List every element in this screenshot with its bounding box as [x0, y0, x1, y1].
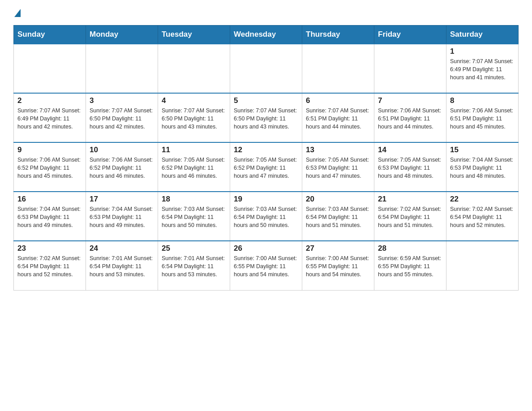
calendar-cell: 4Sunrise: 7:07 AM Sunset: 6:50 PM Daylig…: [158, 93, 230, 142]
day-info: Sunrise: 7:06 AM Sunset: 6:52 PM Dayligh…: [90, 156, 154, 180]
calendar-cell: [374, 44, 446, 93]
day-number: 14: [378, 146, 442, 154]
calendar-cell: 21Sunrise: 7:02 AM Sunset: 6:54 PM Dayli…: [374, 192, 446, 241]
day-number: 22: [450, 195, 515, 204]
calendar-cell: 23Sunrise: 7:02 AM Sunset: 6:54 PM Dayli…: [14, 241, 86, 290]
day-number: 15: [450, 146, 515, 154]
page-header: [13, 9, 519, 17]
calendar-cell: [86, 44, 158, 93]
day-number: 25: [162, 244, 226, 253]
day-number: 2: [17, 96, 82, 105]
day-number: 8: [450, 96, 515, 105]
day-info: Sunrise: 7:04 AM Sunset: 6:53 PM Dayligh…: [450, 156, 515, 180]
day-info: Sunrise: 7:04 AM Sunset: 6:53 PM Dayligh…: [17, 205, 82, 229]
day-info: Sunrise: 7:05 AM Sunset: 6:53 PM Dayligh…: [306, 156, 370, 180]
day-info: Sunrise: 7:03 AM Sunset: 6:54 PM Dayligh…: [162, 205, 226, 229]
day-number: 3: [90, 96, 154, 105]
calendar-cell: 15Sunrise: 7:04 AM Sunset: 6:53 PM Dayli…: [446, 142, 519, 192]
day-info: Sunrise: 7:01 AM Sunset: 6:54 PM Dayligh…: [90, 254, 154, 278]
day-number: 18: [162, 195, 226, 204]
logo: [13, 9, 21, 17]
day-info: Sunrise: 7:02 AM Sunset: 6:54 PM Dayligh…: [17, 254, 82, 278]
calendar-cell: [230, 44, 302, 93]
calendar-cell: 3Sunrise: 7:07 AM Sunset: 6:50 PM Daylig…: [86, 93, 158, 142]
calendar-cell: 1Sunrise: 7:07 AM Sunset: 6:49 PM Daylig…: [446, 44, 519, 93]
day-info: Sunrise: 7:00 AM Sunset: 6:55 PM Dayligh…: [306, 254, 370, 278]
day-info: Sunrise: 7:06 AM Sunset: 6:51 PM Dayligh…: [450, 107, 515, 131]
calendar-cell: 27Sunrise: 7:00 AM Sunset: 6:55 PM Dayli…: [302, 241, 374, 290]
calendar-cell: 2Sunrise: 7:07 AM Sunset: 6:49 PM Daylig…: [14, 93, 86, 142]
day-info: Sunrise: 7:05 AM Sunset: 6:52 PM Dayligh…: [162, 156, 226, 180]
weekday-header-thursday: Thursday: [302, 26, 374, 44]
day-info: Sunrise: 7:07 AM Sunset: 6:50 PM Dayligh…: [162, 107, 226, 131]
day-number: 1: [450, 47, 515, 56]
day-number: 17: [90, 195, 154, 204]
day-info: Sunrise: 7:06 AM Sunset: 6:51 PM Dayligh…: [378, 107, 442, 131]
day-number: 12: [234, 146, 298, 154]
weekday-header-sunday: Sunday: [14, 26, 86, 44]
calendar-cell: 11Sunrise: 7:05 AM Sunset: 6:52 PM Dayli…: [158, 142, 230, 192]
calendar-cell: [14, 44, 86, 93]
day-number: 7: [378, 96, 442, 105]
calendar-cell: 13Sunrise: 7:05 AM Sunset: 6:53 PM Dayli…: [302, 142, 374, 192]
calendar-cell: 28Sunrise: 6:59 AM Sunset: 6:55 PM Dayli…: [374, 241, 446, 290]
calendar-cell: 9Sunrise: 7:06 AM Sunset: 6:52 PM Daylig…: [14, 142, 86, 192]
day-number: 4: [162, 96, 226, 105]
weekday-header-monday: Monday: [86, 26, 158, 44]
day-info: Sunrise: 7:07 AM Sunset: 6:49 PM Dayligh…: [450, 57, 515, 81]
day-number: 20: [306, 195, 370, 204]
day-info: Sunrise: 7:03 AM Sunset: 6:54 PM Dayligh…: [234, 205, 298, 229]
calendar-cell: 12Sunrise: 7:05 AM Sunset: 6:52 PM Dayli…: [230, 142, 302, 192]
day-info: Sunrise: 7:02 AM Sunset: 6:54 PM Dayligh…: [378, 205, 442, 229]
calendar-cell: 25Sunrise: 7:01 AM Sunset: 6:54 PM Dayli…: [158, 241, 230, 290]
calendar-cell: [446, 241, 519, 290]
calendar-week-1: 1Sunrise: 7:07 AM Sunset: 6:49 PM Daylig…: [14, 44, 519, 93]
day-number: 6: [306, 96, 370, 105]
day-info: Sunrise: 7:01 AM Sunset: 6:54 PM Dayligh…: [162, 254, 226, 278]
calendar-cell: 26Sunrise: 7:00 AM Sunset: 6:55 PM Dayli…: [230, 241, 302, 290]
day-info: Sunrise: 7:00 AM Sunset: 6:55 PM Dayligh…: [234, 254, 298, 278]
calendar-cell: 16Sunrise: 7:04 AM Sunset: 6:53 PM Dayli…: [14, 192, 86, 241]
weekday-header-tuesday: Tuesday: [158, 26, 230, 44]
day-info: Sunrise: 7:02 AM Sunset: 6:54 PM Dayligh…: [450, 205, 515, 229]
weekday-header-friday: Friday: [374, 26, 446, 44]
weekday-header-saturday: Saturday: [446, 26, 519, 44]
calendar-cell: 5Sunrise: 7:07 AM Sunset: 6:50 PM Daylig…: [230, 93, 302, 142]
day-number: 26: [234, 244, 298, 253]
day-info: Sunrise: 7:07 AM Sunset: 6:49 PM Dayligh…: [17, 107, 82, 131]
calendar-week-4: 16Sunrise: 7:04 AM Sunset: 6:53 PM Dayli…: [14, 192, 519, 241]
day-number: 9: [17, 146, 82, 154]
day-number: 16: [17, 195, 82, 204]
calendar-cell: 24Sunrise: 7:01 AM Sunset: 6:54 PM Dayli…: [86, 241, 158, 290]
day-info: Sunrise: 7:06 AM Sunset: 6:52 PM Dayligh…: [17, 156, 82, 180]
day-number: 11: [162, 146, 226, 154]
weekday-header-wednesday: Wednesday: [230, 26, 302, 44]
day-info: Sunrise: 7:07 AM Sunset: 6:51 PM Dayligh…: [306, 107, 370, 131]
calendar-week-2: 2Sunrise: 7:07 AM Sunset: 6:49 PM Daylig…: [14, 93, 519, 142]
day-number: 23: [17, 244, 82, 253]
day-info: Sunrise: 7:05 AM Sunset: 6:52 PM Dayligh…: [234, 156, 298, 180]
day-info: Sunrise: 7:05 AM Sunset: 6:53 PM Dayligh…: [378, 156, 442, 180]
calendar-cell: 22Sunrise: 7:02 AM Sunset: 6:54 PM Dayli…: [446, 192, 519, 241]
day-number: 19: [234, 195, 298, 204]
calendar-cell: [158, 44, 230, 93]
calendar-week-5: 23Sunrise: 7:02 AM Sunset: 6:54 PM Dayli…: [14, 241, 519, 290]
day-number: 27: [306, 244, 370, 253]
day-number: 10: [90, 146, 154, 154]
logo-arrow-icon: [14, 9, 21, 17]
day-number: 5: [234, 96, 298, 105]
calendar-cell: 8Sunrise: 7:06 AM Sunset: 6:51 PM Daylig…: [446, 93, 519, 142]
day-number: 13: [306, 146, 370, 154]
calendar-cell: 20Sunrise: 7:03 AM Sunset: 6:54 PM Dayli…: [302, 192, 374, 241]
calendar-table: SundayMondayTuesdayWednesdayThursdayFrid…: [13, 25, 519, 291]
day-number: 21: [378, 195, 442, 204]
day-info: Sunrise: 7:04 AM Sunset: 6:53 PM Dayligh…: [90, 205, 154, 229]
calendar-cell: 19Sunrise: 7:03 AM Sunset: 6:54 PM Dayli…: [230, 192, 302, 241]
calendar-week-3: 9Sunrise: 7:06 AM Sunset: 6:52 PM Daylig…: [14, 142, 519, 192]
calendar-cell: 6Sunrise: 7:07 AM Sunset: 6:51 PM Daylig…: [302, 93, 374, 142]
calendar-cell: [302, 44, 374, 93]
calendar-cell: 14Sunrise: 7:05 AM Sunset: 6:53 PM Dayli…: [374, 142, 446, 192]
day-info: Sunrise: 7:07 AM Sunset: 6:50 PM Dayligh…: [234, 107, 298, 131]
day-info: Sunrise: 7:03 AM Sunset: 6:54 PM Dayligh…: [306, 205, 370, 229]
calendar-cell: 10Sunrise: 7:06 AM Sunset: 6:52 PM Dayli…: [86, 142, 158, 192]
